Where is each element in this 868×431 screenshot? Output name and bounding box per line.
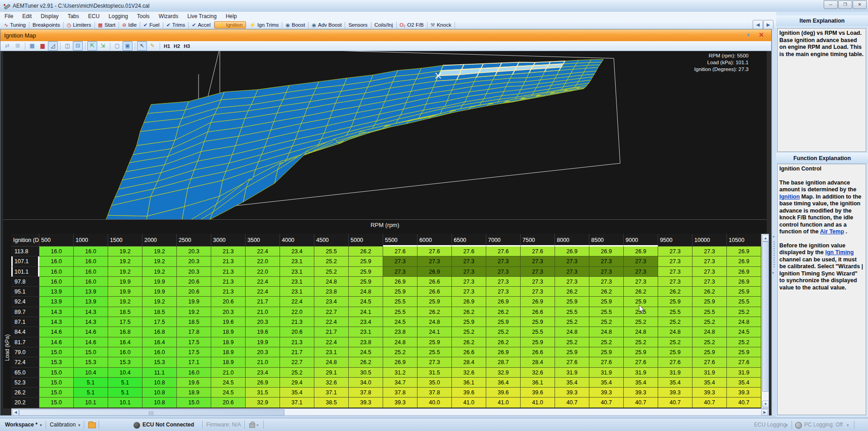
- table-cell[interactable]: 31.9: [555, 368, 589, 378]
- table-cell[interactable]: 27.3: [658, 246, 693, 256]
- table-cell[interactable]: 27.6: [624, 357, 658, 367]
- table-cell[interactable]: 15.3: [108, 357, 142, 367]
- table-cell[interactable]: 19.9: [177, 297, 211, 307]
- table-cell[interactable]: 25.2: [486, 327, 521, 337]
- ecu-logging-caret-icon[interactable]: ▾: [786, 423, 788, 427]
- menu-edit[interactable]: Edit: [18, 12, 36, 21]
- toolbar-scroll-right-button[interactable]: ▶: [763, 20, 773, 30]
- table-cell[interactable]: 20.6: [211, 297, 246, 307]
- table-cell[interactable]: 27.6: [589, 357, 624, 367]
- column-header-8500[interactable]: 8500: [589, 234, 624, 246]
- table-cell[interactable]: 26.6: [521, 347, 555, 357]
- table-cell[interactable]: 17.8: [177, 327, 211, 337]
- table-cell[interactable]: 25.2: [280, 368, 314, 378]
- table-cell[interactable]: 19.9: [142, 287, 177, 297]
- table-cell[interactable]: 5.1: [74, 378, 108, 388]
- calibration-file-icon[interactable]: [88, 422, 96, 428]
- panel-splitter[interactable]: ◂ ▸: [772, 29, 776, 416]
- row-header-84.4[interactable]: 84.4: [11, 327, 39, 337]
- table-cell[interactable]: 39.3: [383, 398, 417, 407]
- calibration-menu[interactable]: Calibration: [50, 422, 76, 428]
- table-cell[interactable]: 22.4: [314, 317, 349, 327]
- table-cell[interactable]: 25.9: [693, 347, 727, 357]
- h-label-2[interactable]: H2: [174, 43, 180, 49]
- table-cell[interactable]: 27.3: [658, 256, 693, 266]
- table-cell[interactable]: 26.9: [486, 347, 521, 357]
- table-cell[interactable]: 30.5: [349, 368, 383, 378]
- table-cell[interactable]: 27.3: [452, 267, 486, 277]
- table-cell[interactable]: 26.9: [417, 267, 452, 277]
- table-cell[interactable]: 17.5: [108, 317, 142, 327]
- table-cell[interactable]: 16.0: [74, 256, 108, 266]
- table-cell[interactable]: 10.1: [108, 398, 142, 407]
- table-cell[interactable]: 23.1: [280, 287, 314, 297]
- table-cell[interactable]: 39.3: [624, 388, 658, 398]
- column-header-4000[interactable]: 4000: [280, 234, 314, 246]
- table-cell[interactable]: 23.4: [314, 297, 349, 307]
- table-cell[interactable]: 24.5: [211, 378, 246, 388]
- table-cell[interactable]: 21.0: [246, 307, 280, 317]
- column-header-1000[interactable]: 1000: [74, 234, 108, 246]
- table-cell[interactable]: 13.9: [39, 287, 74, 297]
- select-all-icon[interactable]: ▣: [123, 41, 133, 51]
- table-cell[interactable]: 20.3: [246, 347, 280, 357]
- table-cell[interactable]: 21.0: [246, 357, 280, 367]
- table-cell[interactable]: 28.7: [486, 357, 521, 367]
- table-cell[interactable]: 19.2: [177, 307, 211, 317]
- table-cell[interactable]: 27.3: [417, 256, 452, 266]
- table-cell[interactable]: 38.5: [314, 398, 349, 407]
- table-vertical-scrollbar[interactable]: ▲ ▼: [761, 234, 769, 408]
- table-cell[interactable]: 26.9: [521, 297, 555, 307]
- row-header-95.1[interactable]: 95.1: [11, 287, 39, 297]
- table-cell[interactable]: 18.5: [108, 307, 142, 317]
- table-cell[interactable]: 26.2: [452, 307, 486, 317]
- table-cell[interactable]: 16.0: [39, 246, 74, 256]
- table-cell[interactable]: 24.8: [349, 287, 383, 297]
- table-cell[interactable]: 20.6: [211, 398, 246, 407]
- table-cell[interactable]: 21.3: [211, 277, 246, 287]
- table-view-icon[interactable]: ▦: [27, 41, 37, 51]
- column-header-8000[interactable]: 8000: [555, 234, 589, 246]
- table-cell[interactable]: 24.8: [383, 337, 417, 347]
- table-cell[interactable]: 24.8: [693, 327, 727, 337]
- table-cell[interactable]: 39.6: [452, 388, 486, 398]
- tab-knock[interactable]: ⚒Knock: [427, 22, 455, 28]
- lock-caret-icon[interactable]: ▾: [256, 423, 259, 427]
- table-cell[interactable]: 25.9: [417, 337, 452, 347]
- table-cell[interactable]: 31.9: [727, 368, 761, 378]
- table-cell[interactable]: 19.2: [142, 267, 177, 277]
- table-cell[interactable]: 19.2: [108, 267, 142, 277]
- table-cell[interactable]: 15.0: [39, 388, 74, 398]
- table-cell[interactable]: 22.7: [314, 307, 349, 317]
- row-header-81.7[interactable]: 81.7: [11, 337, 39, 347]
- table-cell[interactable]: 19.6: [211, 317, 246, 327]
- column-header-500[interactable]: 500: [39, 234, 74, 246]
- row-header-89.7[interactable]: 89.7: [11, 307, 39, 317]
- maximize-button[interactable]: ❐: [838, 0, 852, 9]
- table-cell[interactable]: 27.3: [486, 277, 521, 287]
- table-cell[interactable]: 32.9: [486, 368, 521, 378]
- column-header-5000[interactable]: 5000: [349, 234, 383, 246]
- row-header-101.1[interactable]: 101.1: [11, 267, 39, 277]
- tab-tuning[interactable]: ∿Tuning: [1, 22, 29, 28]
- table-cell[interactable]: 27.3: [589, 277, 624, 287]
- column-header-10000[interactable]: 10000: [693, 234, 727, 246]
- table-cell[interactable]: 18.9: [211, 347, 246, 357]
- table-cell[interactable]: 19.6: [246, 327, 280, 337]
- table-cell[interactable]: 16.0: [39, 256, 74, 266]
- table-cell[interactable]: 14.6: [74, 337, 108, 347]
- ecu-logging-menu[interactable]: ECU Logging: [754, 422, 786, 428]
- table-cell[interactable]: 27.3: [521, 256, 555, 266]
- tab-trims[interactable]: ✔Trims: [163, 22, 189, 28]
- table-cell[interactable]: 25.5: [555, 307, 589, 317]
- table-cell[interactable]: 19.2: [108, 297, 142, 307]
- table-cell[interactable]: 27.6: [521, 246, 555, 256]
- table-cell[interactable]: 15.3: [74, 357, 108, 367]
- table-cell[interactable]: 10.8: [142, 388, 177, 398]
- table-cell[interactable]: 25.5: [658, 307, 693, 317]
- column-header-10500[interactable]: 10500: [727, 234, 761, 246]
- workspace-menu[interactable]: Workspace *: [5, 422, 38, 428]
- table-cell[interactable]: 25.9: [521, 337, 555, 347]
- table-cell[interactable]: 25.2: [693, 317, 727, 327]
- table-cell[interactable]: 37.1: [314, 388, 349, 398]
